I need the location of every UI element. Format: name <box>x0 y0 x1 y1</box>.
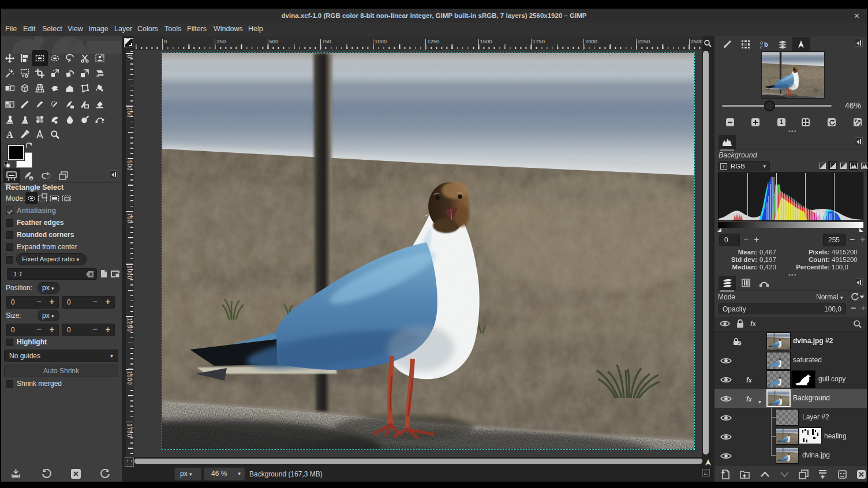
svg-text:b: b <box>764 41 768 48</box>
svg-text:A: A <box>6 130 13 139</box>
svg-text:c: c <box>760 44 762 49</box>
svg-text:o: o <box>30 177 32 180</box>
